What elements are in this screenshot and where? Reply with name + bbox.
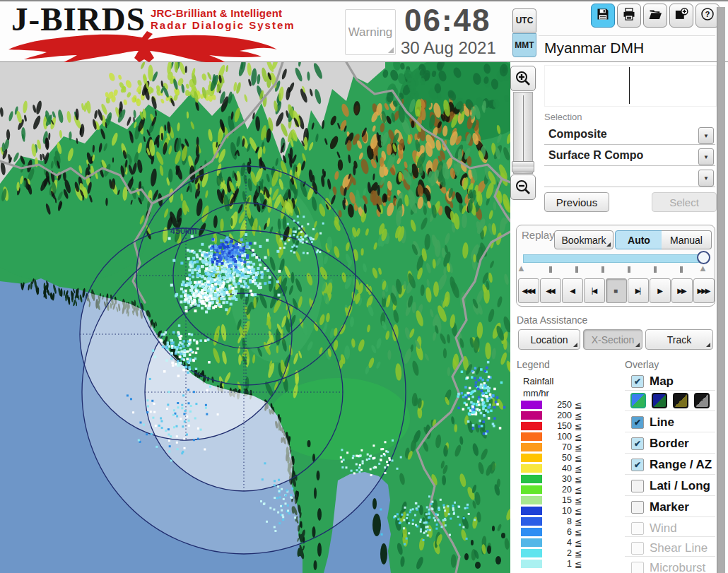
legend-symbol: ≦ <box>575 421 582 432</box>
replay-auto-button[interactable]: Auto <box>615 230 663 249</box>
overlay-separator <box>625 516 715 517</box>
overlay-item-label: Line <box>650 415 674 430</box>
line-checkbox[interactable]: ✔ <box>631 416 644 429</box>
clock-time: 06:48 <box>404 3 510 38</box>
replay-tick <box>680 266 683 273</box>
legend-row: 250≦ <box>517 400 594 410</box>
overlay-item-label: Marker <box>650 500 689 514</box>
overlay-item-label: Range / AZ <box>650 458 712 472</box>
warning-button[interactable]: Warning <box>345 9 396 55</box>
legend-swatch <box>521 507 542 515</box>
legend-symbol: ≦ <box>575 559 582 569</box>
print-button[interactable] <box>617 4 641 28</box>
legend-title-rainfall: Rainfall <box>523 376 553 386</box>
select-button[interactable]: Select <box>652 192 717 212</box>
play-button[interactable]: ▶ <box>650 278 671 303</box>
legend-row: 8≦ <box>517 516 594 527</box>
step-forward-button[interactable]: ▶| <box>628 278 649 303</box>
map-style-blue-green[interactable] <box>630 393 646 408</box>
previous-label: Previous <box>556 196 597 208</box>
legend-row: 15≦ <box>517 495 594 506</box>
radar-map-canvas[interactable]: 450km <box>0 62 510 573</box>
legend-value: 250 <box>545 400 572 410</box>
add-image-button[interactable] <box>669 4 693 28</box>
replay-end-marker[interactable]: ▲ <box>698 263 708 273</box>
legend-value: 20 <box>545 485 572 495</box>
timezone-mmt-button[interactable]: MMT <box>512 33 536 57</box>
help-icon: ? <box>700 7 715 24</box>
legend-swatch <box>521 422 542 430</box>
chevron-down-icon[interactable]: ▼ <box>698 170 714 187</box>
legend-symbol: ≦ <box>575 485 582 495</box>
save-button[interactable] <box>591 4 615 28</box>
overlay-row-lati-long: Lati / Long <box>625 478 717 497</box>
location-button[interactable]: Location <box>518 329 580 350</box>
playback-controls: ◀◀◀◀◀◀|◀■▶|▶▶▶▶▶▶ <box>518 278 715 303</box>
border-checkbox[interactable]: ✔ <box>631 437 644 450</box>
play-reverse-button[interactable]: ◀ <box>562 278 583 303</box>
dropdown-value: Surface R Compo <box>548 149 643 162</box>
open-folder-button[interactable] <box>643 4 667 28</box>
overlay-separator <box>625 453 715 454</box>
bookmark-label: Bookmark <box>561 235 606 246</box>
zoom-in-button[interactable] <box>510 66 536 91</box>
overlay-row-range-az: ✔Range / AZ <box>625 456 717 476</box>
legend-swatch <box>521 401 542 409</box>
select-label: Select <box>669 196 699 208</box>
step-back-button[interactable]: |◀ <box>584 278 605 303</box>
legend-value: 4 <box>545 538 572 548</box>
map-style-black-gray[interactable] <box>694 393 710 408</box>
stop-button[interactable]: ■ <box>606 278 627 303</box>
legend-row: 10≦ <box>517 506 594 516</box>
selection-label: Selection <box>544 112 582 122</box>
zoom-out-button[interactable] <box>510 175 536 200</box>
panel-scrollbar[interactable] <box>717 7 725 573</box>
map-style-navy-darkgreen[interactable] <box>652 393 667 408</box>
selection-dropdown-1[interactable]: Composite▼ <box>544 126 715 145</box>
overlay-item-label: Map <box>650 374 674 389</box>
fast-rewind-3-button[interactable]: ◀◀◀ <box>518 278 539 303</box>
fast-rewind-2-button[interactable]: ◀◀ <box>540 278 561 303</box>
chevron-down-icon[interactable]: ▼ <box>698 127 714 144</box>
zoom-slider-handle[interactable] <box>512 161 534 172</box>
fast-forward-3-button[interactable]: ▶▶▶ <box>693 278 715 303</box>
overlay-row-line: ✔Line <box>625 414 717 434</box>
save-icon <box>596 7 610 24</box>
legend-swatch <box>521 432 542 441</box>
map-style-black-olive[interactable] <box>673 393 688 408</box>
range-az-checkbox[interactable]: ✔ <box>631 459 644 471</box>
marker-checkbox[interactable] <box>631 501 644 514</box>
legend-swatch <box>521 411 542 420</box>
legend-value: 15 <box>545 495 572 505</box>
legend-symbol: ≦ <box>575 463 582 474</box>
mmt-label: MMT <box>515 40 534 50</box>
map-checkbox[interactable]: ✔ <box>631 375 644 388</box>
legend-value: 200 <box>545 410 572 420</box>
track-button[interactable]: Track <box>645 329 713 350</box>
selection-dropdown-3[interactable]: ▼ <box>544 168 715 187</box>
legend-symbol: ≦ <box>575 442 582 453</box>
legend-symbol: ≦ <box>575 453 582 463</box>
replay-start-marker[interactable]: ▲ <box>517 263 526 273</box>
logo-subtitle-2: Radar Dialogic System <box>151 19 295 31</box>
overlay-separator <box>625 410 715 411</box>
replay-manual-button[interactable]: Manual <box>662 230 712 249</box>
legend-swatch <box>521 496 542 504</box>
legend-value: 2 <box>545 548 572 558</box>
x-section-button[interactable]: X-Section <box>583 329 642 350</box>
help-button[interactable]: ? <box>695 4 720 28</box>
selection-dropdown-2[interactable]: Surface R Compo▼ <box>544 147 715 166</box>
chevron-down-icon[interactable]: ▼ <box>698 148 714 165</box>
legend-label: Legend <box>517 359 550 370</box>
bookmark-button[interactable]: Bookmark <box>554 230 613 249</box>
timezone-utc-button[interactable]: UTC <box>512 8 536 33</box>
legend-value: 40 <box>545 463 572 473</box>
previous-button[interactable]: Previous <box>544 192 609 212</box>
legend-symbol: ≦ <box>575 506 582 516</box>
replay-tick <box>575 266 578 273</box>
fast-forward-2-button[interactable]: ▶▶ <box>671 278 693 303</box>
manual-label: Manual <box>670 235 703 246</box>
replay-progress-track[interactable] <box>523 254 705 263</box>
legend-value: 6 <box>545 527 572 537</box>
lati-long-checkbox[interactable] <box>631 480 644 492</box>
